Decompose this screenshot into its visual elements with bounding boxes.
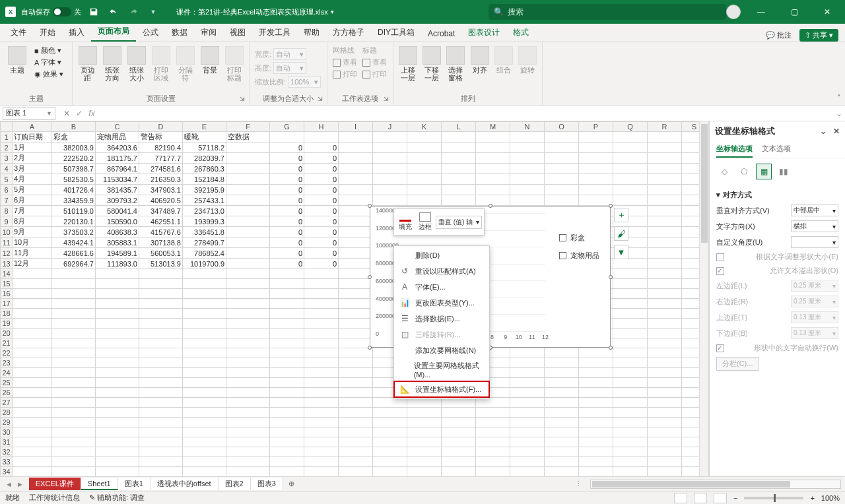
collapse-ribbon-icon[interactable]: ˄ bbox=[837, 94, 841, 102]
cell[interactable] bbox=[510, 398, 545, 408]
cell[interactable] bbox=[648, 408, 682, 418]
cell[interactable] bbox=[648, 289, 682, 299]
cell[interactable]: 77177.7 bbox=[139, 153, 183, 164]
cell[interactable] bbox=[339, 398, 373, 408]
cell[interactable] bbox=[648, 164, 682, 174]
cell[interactable] bbox=[52, 309, 96, 319]
cell[interactable] bbox=[96, 309, 139, 319]
cell[interactable] bbox=[545, 378, 579, 388]
close-button[interactable]: ✕ bbox=[815, 3, 840, 21]
axis-options-icon[interactable]: ▮▮ bbox=[776, 164, 792, 179]
cell[interactable] bbox=[183, 358, 226, 368]
send-backward-button[interactable]: 下移一层 bbox=[421, 45, 442, 83]
col-header[interactable]: H bbox=[304, 122, 339, 132]
cell[interactable]: 347489.7 bbox=[139, 206, 183, 216]
cell[interactable] bbox=[339, 388, 373, 398]
cell[interactable] bbox=[476, 164, 510, 174]
cell[interactable] bbox=[613, 418, 648, 427]
cell[interactable] bbox=[270, 279, 304, 289]
cell[interactable] bbox=[96, 427, 139, 437]
cell[interactable] bbox=[226, 398, 270, 408]
cell[interactable] bbox=[339, 427, 373, 437]
tab-insert[interactable]: 插入 bbox=[62, 24, 91, 42]
cell[interactable] bbox=[545, 457, 579, 467]
cell[interactable] bbox=[226, 408, 270, 418]
cell[interactable] bbox=[339, 457, 373, 467]
select-all-corner[interactable] bbox=[1, 122, 13, 132]
row-header[interactable]: 14 bbox=[1, 269, 13, 279]
cell[interactable] bbox=[52, 398, 96, 408]
cell[interactable] bbox=[139, 427, 183, 437]
cell[interactable] bbox=[139, 418, 183, 427]
cell[interactable] bbox=[139, 279, 183, 289]
cell[interactable] bbox=[648, 368, 682, 378]
cell[interactable] bbox=[339, 437, 373, 447]
cell[interactable]: 2月 bbox=[13, 153, 52, 164]
cell[interactable] bbox=[339, 237, 373, 248]
theme-fonts[interactable]: A 字体 ▾ bbox=[33, 57, 65, 68]
bring-forward-button[interactable]: 上移一层 bbox=[397, 45, 419, 83]
cell[interactable] bbox=[304, 299, 339, 309]
row-header[interactable]: 3 bbox=[1, 153, 13, 164]
cell[interactable] bbox=[339, 174, 373, 185]
cell[interactable] bbox=[183, 368, 226, 378]
cell[interactable]: 307138.8 bbox=[139, 237, 183, 248]
cell[interactable] bbox=[226, 227, 270, 237]
cell[interactable] bbox=[226, 467, 270, 477]
cell[interactable] bbox=[270, 437, 304, 447]
cell[interactable] bbox=[339, 216, 373, 227]
cell[interactable] bbox=[648, 447, 682, 457]
cell[interactable] bbox=[407, 457, 442, 467]
cell[interactable] bbox=[579, 457, 613, 467]
col-header[interactable]: R bbox=[648, 122, 682, 132]
cell[interactable] bbox=[476, 408, 510, 418]
cell[interactable] bbox=[270, 427, 304, 437]
cell[interactable] bbox=[270, 132, 304, 142]
cell[interactable]: 406920.5 bbox=[139, 195, 183, 206]
section-alignment[interactable]: ▾ 对齐方式 bbox=[716, 187, 838, 203]
cell[interactable] bbox=[139, 378, 183, 388]
tab-nav-prev-icon[interactable]: ◄ bbox=[5, 480, 13, 488]
col-header[interactable]: J bbox=[373, 122, 407, 132]
cell[interactable] bbox=[510, 457, 545, 467]
col-header[interactable]: D bbox=[139, 122, 183, 132]
row-header[interactable]: 24 bbox=[1, 368, 13, 378]
cell[interactable] bbox=[510, 408, 545, 418]
cell[interactable] bbox=[339, 319, 373, 329]
cell[interactable] bbox=[52, 378, 96, 388]
chart-styles-button[interactable]: 🖌 bbox=[614, 226, 628, 241]
angle-input[interactable]: ▾ bbox=[791, 236, 838, 248]
cell[interactable]: 401726.4 bbox=[52, 185, 96, 195]
cell[interactable] bbox=[407, 132, 442, 142]
cell[interactable]: 220130.1 bbox=[52, 216, 96, 227]
ctx-major-gridlines-format[interactable]: 设置主要网格线格式(M)... bbox=[394, 358, 489, 381]
cell[interactable]: 宠物用品 bbox=[96, 132, 139, 142]
cell[interactable] bbox=[139, 408, 183, 418]
cell[interactable]: 11月 bbox=[13, 248, 52, 259]
cell[interactable]: 392195.9 bbox=[183, 185, 226, 195]
cell[interactable] bbox=[442, 132, 476, 142]
cell[interactable] bbox=[648, 467, 682, 477]
cell[interactable]: 0 bbox=[270, 206, 304, 216]
cell[interactable] bbox=[52, 437, 96, 447]
cell[interactable] bbox=[304, 427, 339, 437]
tab-format[interactable]: 格式 bbox=[506, 24, 535, 42]
cell[interactable] bbox=[96, 348, 139, 358]
size-props-icon[interactable]: ▦ bbox=[756, 164, 772, 179]
cell[interactable] bbox=[510, 378, 545, 388]
cell[interactable] bbox=[579, 418, 613, 427]
comments-button[interactable]: 💬 批注 bbox=[762, 29, 795, 42]
cell[interactable] bbox=[96, 467, 139, 477]
cell[interactable]: 692964.7 bbox=[52, 259, 96, 269]
cell[interactable] bbox=[613, 408, 648, 418]
cell[interactable]: 0 bbox=[270, 195, 304, 206]
chart-filters-button[interactable]: ▼ bbox=[614, 245, 628, 259]
cell[interactable] bbox=[139, 447, 183, 457]
cell[interactable] bbox=[648, 388, 682, 398]
cell[interactable] bbox=[545, 174, 579, 185]
ctx-reset-style[interactable]: ↺重设以匹配样式(A) bbox=[394, 263, 489, 279]
name-box[interactable]: 图表 1▼ bbox=[3, 107, 55, 120]
cell[interactable] bbox=[183, 329, 226, 338]
cell[interactable] bbox=[476, 174, 510, 185]
cell[interactable] bbox=[510, 153, 545, 164]
